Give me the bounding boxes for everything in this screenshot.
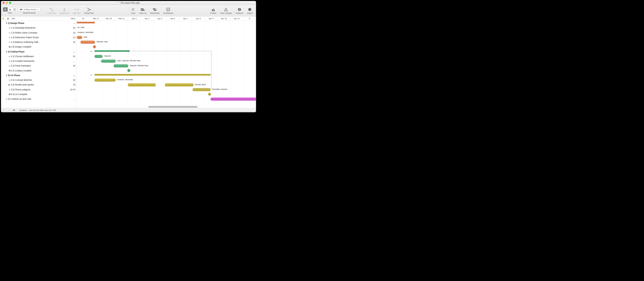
- task-label: 3.1) Concept sketches: [11, 79, 68, 81]
- task-row[interactable]: ●2.1) Choose middleware4h: [1, 54, 77, 59]
- svg-rect-20: [167, 8, 170, 11]
- task-row[interactable]: ▼1) Design Phase…: [1, 21, 77, 25]
- effort-value: 4d: [68, 84, 77, 86]
- task-row[interactable]: ●3.1) Concept sketches3d: [1, 78, 77, 82]
- effort-value: 2d 4h: [68, 88, 77, 91]
- chevron-down-icon[interactable]: ▼: [5, 50, 8, 53]
- task-outline[interactable]: ▼1) Design Phase…●1.1) Gameplay Brainsto…: [1, 21, 77, 108]
- chevron-down-icon[interactable]: ▼: [90, 50, 92, 53]
- bullet-icon: ●: [8, 55, 11, 57]
- bullet-icon: ●: [8, 41, 11, 43]
- svg-rect-11: [75, 9, 76, 10]
- app-window: The Game Plan.oplx View Editing: Actual …: [1, 1, 256, 112]
- date-column[interactable]: Apr 6: [166, 17, 179, 21]
- date-column[interactable]: Apr 9: [205, 17, 217, 21]
- level-button[interactable]: Level: [129, 7, 137, 14]
- task-row[interactable]: 2.4) Coding Complete: [1, 68, 77, 73]
- dependency-line: [129, 50, 214, 91]
- date-column[interactable]: Apr 8: [192, 17, 205, 21]
- effort-value: 1d: [68, 36, 77, 38]
- gear-icon[interactable]: ✻▾: [11, 108, 17, 112]
- task-row[interactable]: ●1.4) Balance underlying math2d: [1, 40, 77, 44]
- task-row[interactable]: ▼3) Art Phase…: [1, 73, 77, 78]
- effort-value: 2d: [68, 27, 77, 29]
- milestone-icon[interactable]: [93, 45, 96, 49]
- view-calendar-icon[interactable]: [12, 7, 17, 11]
- note-column-icon[interactable]: ▥: [5, 17, 10, 20]
- task-row[interactable]: ●1.3) Determine Project Scope1d: [1, 35, 77, 40]
- set-baseline-button[interactable]: Set Baseline: [162, 7, 175, 14]
- svg-rect-4: [13, 9, 16, 10]
- title-header[interactable]: Title: [10, 17, 68, 20]
- add-button[interactable]: +: [1, 108, 6, 112]
- task-row[interactable]: ●2.2) Compile frameworks…: [1, 59, 77, 63]
- svg-rect-0: [4, 9, 6, 9]
- task-row[interactable]: ●4) Combine art and code…: [1, 97, 77, 101]
- date-column[interactable]: Apr 10: [218, 17, 230, 21]
- split-task-button[interactable]: Split Task: [71, 7, 82, 14]
- date-column[interactable]: Mar 31: [115, 17, 128, 21]
- date-column[interactable]: Apr 2: [141, 17, 154, 21]
- chevron-down-icon[interactable]: ▼: [5, 74, 8, 76]
- effort-value: …: [68, 98, 77, 100]
- date-column[interactable]: A: [243, 17, 256, 21]
- chevron-right-icon[interactable]: ▶: [8, 84, 11, 86]
- task-row[interactable]: ●1.2) Refine Game Concepts4d: [1, 30, 77, 35]
- date-column[interactable]: Apr 13: [230, 17, 243, 21]
- view-gantt-icon[interactable]: [3, 7, 8, 11]
- date-column[interactable]: Apr 3: [154, 17, 166, 21]
- date-column[interactable]: Apr 1: [128, 17, 141, 21]
- critical-path-button[interactable]: Critical Path: [83, 7, 95, 14]
- task-label: 1.2) Refine Game Concepts: [11, 31, 68, 34]
- grab-column-icon[interactable]: ✋: [1, 17, 6, 20]
- toolbar: View Editing: Actual ▴▾ Baseline/Actual …: [1, 5, 256, 16]
- task-label: 3.4) Art Complete: [11, 93, 68, 95]
- chevron-down-icon[interactable]: ▼: [90, 74, 92, 76]
- svg-point-14: [132, 8, 133, 9]
- task-row[interactable]: 3.4) Art Complete: [1, 92, 77, 97]
- zoom-icon[interactable]: [9, 2, 11, 4]
- track-changes-button[interactable]: Track Changes: [218, 7, 233, 14]
- task-label: 3.2) Render pixel sprites: [11, 84, 68, 86]
- catch-up-button[interactable]: Catch Up: [138, 7, 148, 14]
- date-column[interactable]: Mar 30: [102, 17, 115, 21]
- violations-button[interactable]: Violations: [234, 7, 245, 14]
- footer: + − ✻▾ Duration: < 5w 4d 6.5h Effort: 8w…: [1, 108, 256, 112]
- svg-rect-8: [50, 8, 51, 9]
- task-row[interactable]: 1.5) Design Complete: [1, 44, 77, 49]
- minimize-icon[interactable]: [6, 2, 8, 4]
- timeline-header[interactable]: 26Mar 27Mar 30Mar 31Apr 1Apr 2Apr 3Apr 6…: [77, 17, 256, 21]
- task-row[interactable]: ▼2) Coding Phase…: [1, 49, 77, 54]
- editing-selector[interactable]: Editing: Actual ▴▾: [18, 7, 40, 11]
- chevron-updown-icon: ▴▾: [37, 9, 39, 10]
- date-column[interactable]: Mar 27: [90, 17, 102, 21]
- remove-button[interactable]: −: [6, 108, 11, 112]
- date-column[interactable]: 26: [77, 17, 90, 21]
- inspect-button[interactable]: iInspect: [246, 7, 254, 14]
- task-row[interactable]: ●3.3) Fleece polygons2d 4h: [1, 87, 77, 92]
- horizontal-scrollbar[interactable]: [148, 106, 197, 108]
- publish-button[interactable]: Publish: [209, 7, 218, 14]
- date-column[interactable]: Apr 7: [179, 17, 192, 21]
- assignment-button[interactable]: Assignment: [58, 7, 70, 14]
- svg-rect-1: [4, 9, 6, 10]
- task-label: 2.2) Compile frameworks: [11, 60, 68, 62]
- gantt-chart[interactable]: ta; Julie Kwame; Henrietta Julie Satoshi…: [77, 21, 256, 108]
- connection-button[interactable]: Connection: [46, 7, 57, 14]
- chevron-down-icon[interactable]: ▼: [5, 22, 8, 24]
- reschedule-button[interactable]: Reschedule: [149, 7, 161, 14]
- effort-header[interactable]: Effort: [68, 17, 77, 20]
- view-segmented[interactable]: [3, 7, 17, 12]
- task-row[interactable]: ●1.1) Gameplay Brainstorm2d: [1, 25, 77, 30]
- bullet-icon: ●: [8, 27, 11, 29]
- effort-value: 4d: [68, 31, 77, 34]
- effort-value: 3d: [68, 79, 77, 81]
- task-row[interactable]: ●2.3) Parse framistans2d: [1, 63, 77, 68]
- task-row[interactable]: ▶3.2) Render pixel sprites4d: [1, 83, 77, 87]
- close-icon[interactable]: [3, 2, 5, 4]
- task-label: 1) Design Phase: [8, 22, 68, 24]
- svg-rect-17: [141, 10, 145, 10]
- milestone-icon[interactable]: [208, 92, 211, 96]
- diamond-icon: [8, 93, 11, 95]
- view-resource-icon[interactable]: [8, 7, 12, 11]
